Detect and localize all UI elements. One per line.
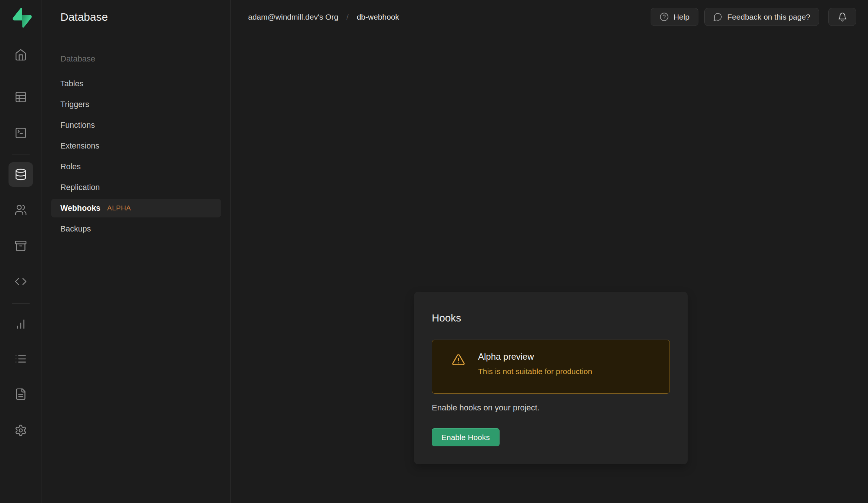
help-circle-icon	[660, 12, 669, 21]
breadcrumb-project[interactable]: db-webhook	[357, 13, 399, 21]
code-icon	[14, 275, 27, 288]
breadcrumb-separator: /	[347, 13, 349, 21]
sidebar-section-label: Database	[60, 54, 95, 64]
rail-home[interactable]	[9, 43, 33, 67]
bar-chart-icon	[14, 318, 27, 330]
sidebar-item-functions[interactable]: Functions	[41, 115, 230, 136]
rail-divider	[12, 75, 30, 75]
gear-icon	[14, 424, 27, 437]
alert-description: This is not suitable for production	[478, 367, 592, 376]
sidebar-item-replication[interactable]: Replication	[41, 177, 230, 198]
sidebar-item-triggers[interactable]: Triggers	[41, 94, 230, 115]
notifications-button[interactable]	[828, 8, 856, 26]
home-icon	[14, 49, 27, 61]
rail-authentication[interactable]	[9, 198, 33, 222]
rail-sql-editor[interactable]	[9, 121, 33, 145]
rail-table-editor[interactable]	[9, 85, 33, 109]
sidebar-item-roles[interactable]: Roles	[41, 156, 230, 177]
rail-settings[interactable]	[9, 418, 33, 443]
sidebar-item-tables[interactable]: Tables	[41, 73, 230, 94]
warning-triangle-icon	[451, 353, 465, 367]
rail-divider	[12, 303, 30, 304]
rail-api[interactable]	[9, 269, 33, 294]
icon-rail	[0, 0, 41, 503]
feedback-button[interactable]: Feedback on this page?	[704, 8, 819, 26]
breadcrumb-org[interactable]: adam@windmill.dev's Org	[248, 13, 338, 21]
rail-logs[interactable]	[9, 347, 33, 371]
page-title: Database	[60, 11, 108, 23]
alert-title: Alpha preview	[478, 351, 592, 362]
database-sidebar: Database Database Tables Triggers Functi…	[41, 0, 231, 503]
top-header: adam@windmill.dev's Org / db-webhook Hel…	[231, 0, 868, 34]
rail-api-docs[interactable]	[9, 382, 33, 406]
sidebar-item-webhooks[interactable]: Webhooks ALPHA	[51, 199, 221, 217]
message-circle-icon	[713, 12, 722, 21]
header-actions: Help Feedback on this page?	[651, 8, 856, 26]
list-icon	[14, 353, 27, 365]
users-icon	[14, 204, 27, 216]
sidebar-item-backups[interactable]: Backups	[41, 219, 230, 239]
archive-icon	[14, 240, 27, 252]
hooks-card-title: Hooks	[432, 312, 670, 324]
hooks-card: Hooks Alpha preview This is not suitable…	[414, 292, 688, 464]
enable-hooks-button[interactable]: Enable Hooks	[432, 428, 500, 446]
table-icon	[14, 91, 27, 103]
alpha-preview-alert: Alpha preview This is not suitable for p…	[432, 340, 670, 394]
supabase-logo[interactable]	[13, 7, 32, 28]
rail-database[interactable]	[9, 162, 33, 187]
rail-divider	[12, 154, 30, 154]
bell-icon	[838, 12, 847, 22]
main-content: Hooks Alpha preview This is not suitable…	[231, 34, 868, 503]
sidebar-menu: Tables Triggers Functions Extensions Rol…	[41, 73, 230, 239]
help-button[interactable]: Help	[651, 8, 698, 26]
hooks-card-body: Enable hooks on your project.	[432, 403, 670, 413]
terminal-icon	[14, 127, 27, 139]
rail-reports[interactable]	[9, 312, 33, 336]
database-icon	[14, 168, 27, 181]
alpha-badge: ALPHA	[107, 204, 131, 212]
file-text-icon	[14, 388, 27, 400]
breadcrumb: adam@windmill.dev's Org / db-webhook	[248, 13, 399, 21]
rail-storage[interactable]	[9, 234, 33, 258]
alert-text: Alpha preview This is not suitable for p…	[478, 351, 592, 376]
sidebar-item-extensions[interactable]: Extensions	[41, 136, 230, 156]
supabase-logo-icon	[13, 7, 32, 28]
